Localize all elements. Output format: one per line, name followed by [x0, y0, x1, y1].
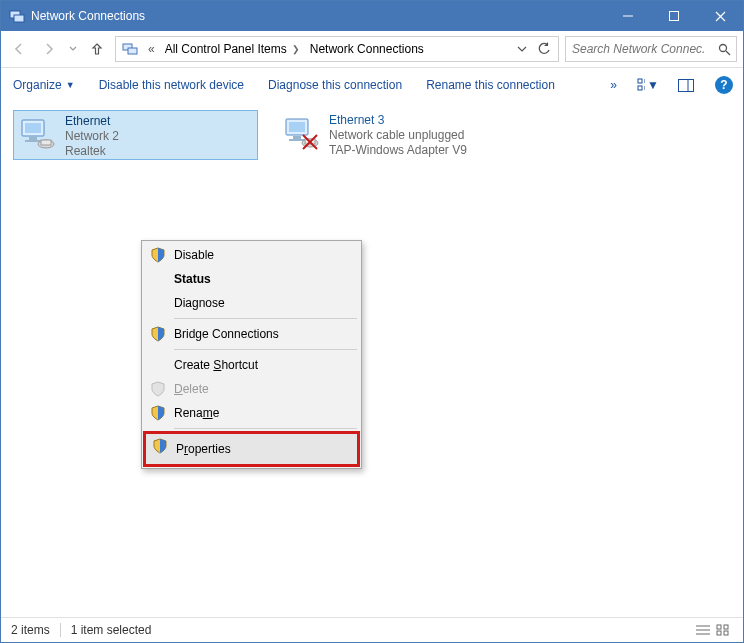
- breadcrumb-network-connections-label: Network Connections: [310, 42, 424, 56]
- ctx-bridge-label: Bridge Connections: [174, 327, 279, 341]
- ctx-status[interactable]: Status: [144, 267, 359, 291]
- network-adapter-icon: [281, 113, 321, 153]
- shield-icon: [150, 405, 166, 421]
- svg-rect-1: [14, 15, 24, 22]
- chevron-right-icon: ❯: [292, 44, 300, 54]
- rename-connection-button[interactable]: Rename this connection: [422, 68, 559, 102]
- svg-rect-27: [289, 139, 305, 141]
- ctx-bridge[interactable]: Bridge Connections: [144, 322, 359, 346]
- ctx-separator: [174, 428, 357, 429]
- svg-rect-10: [638, 79, 642, 83]
- svg-rect-38: [724, 631, 728, 635]
- connection-adapter: Realtek: [65, 144, 119, 159]
- svg-rect-36: [724, 625, 728, 629]
- ctx-properties[interactable]: Properties: [143, 431, 360, 467]
- nav-back-button[interactable]: [7, 37, 31, 61]
- svg-rect-35: [717, 625, 721, 629]
- status-item-count: 2 items: [11, 623, 50, 637]
- nav-up-button[interactable]: [85, 37, 109, 61]
- location-icon: [120, 39, 140, 59]
- window: Network Connections « All Control Panel …: [0, 0, 744, 643]
- svg-rect-3: [670, 12, 679, 21]
- organize-menu[interactable]: Organize▼: [9, 68, 79, 102]
- address-bar[interactable]: « All Control Panel Items❯ Network Conne…: [115, 36, 559, 62]
- breadcrumb-prefix[interactable]: «: [144, 37, 161, 61]
- svg-rect-23: [41, 140, 51, 145]
- ctx-disable[interactable]: Disable: [144, 243, 359, 267]
- svg-rect-25: [289, 122, 305, 132]
- status-bar: 2 items 1 item selected: [1, 617, 743, 642]
- ctx-diagnose-label: Diagnose: [174, 296, 225, 310]
- view-tiles-button[interactable]: [713, 622, 733, 638]
- app-icon: [9, 8, 25, 24]
- overflow-button[interactable]: »: [606, 68, 621, 102]
- connection-adapter: TAP-Windows Adapter V9: [329, 143, 467, 158]
- network-adapter-icon: [17, 114, 57, 154]
- help-icon: ?: [715, 76, 733, 94]
- breadcrumb-network-connections[interactable]: Network Connections: [306, 37, 430, 61]
- view-options-button[interactable]: ▼: [637, 74, 659, 96]
- search-box[interactable]: [565, 36, 737, 62]
- address-dropdown-button[interactable]: [512, 38, 532, 60]
- search-icon[interactable]: [712, 37, 736, 61]
- ctx-diagnose[interactable]: Diagnose: [144, 291, 359, 315]
- ctx-create-shortcut-label: Create Shortcut: [174, 358, 258, 372]
- minimize-button[interactable]: [605, 1, 651, 31]
- connection-status: Network 2: [65, 129, 119, 144]
- breadcrumb-control-panel-label: All Control Panel Items: [165, 42, 287, 56]
- connection-name: Ethernet: [65, 114, 119, 129]
- ctx-rename[interactable]: Rename: [144, 401, 359, 425]
- ctx-disable-label: Disable: [174, 248, 214, 262]
- nav-forward-button[interactable]: [37, 37, 61, 61]
- ctx-rename-label: Rename: [174, 406, 219, 420]
- titlebar: Network Connections: [1, 1, 743, 31]
- shield-icon: [150, 247, 166, 263]
- shield-icon: [150, 381, 166, 397]
- shield-icon: [152, 438, 168, 454]
- ctx-delete-label: Delete: [174, 382, 209, 396]
- ctx-delete: Delete: [144, 377, 359, 401]
- status-divider: [60, 623, 61, 637]
- ctx-properties-label: Properties: [176, 442, 231, 456]
- organize-label: Organize: [13, 78, 62, 92]
- connection-item-ethernet[interactable]: Ethernet Network 2 Realtek: [13, 110, 258, 160]
- diagnose-connection-button[interactable]: Diagnose this connection: [264, 68, 406, 102]
- address-bar-row: « All Control Panel Items❯ Network Conne…: [1, 31, 743, 68]
- connection-name: Ethernet 3: [329, 113, 467, 128]
- ctx-create-shortcut[interactable]: Create Shortcut: [144, 353, 359, 377]
- svg-rect-37: [717, 631, 721, 635]
- chevron-down-icon: ▼: [647, 78, 659, 92]
- svg-rect-13: [638, 86, 642, 90]
- content-area: Ethernet Network 2 Realtek Ethernet 3 Ne…: [1, 102, 743, 618]
- svg-rect-26: [293, 136, 301, 139]
- command-bar: Organize▼ Disable this network device Di…: [1, 68, 743, 103]
- help-button[interactable]: ?: [713, 74, 735, 96]
- view-details-button[interactable]: [693, 622, 713, 638]
- preview-pane-button[interactable]: [675, 74, 697, 96]
- breadcrumb-control-panel[interactable]: All Control Panel Items❯: [161, 37, 306, 61]
- maximize-button[interactable]: [651, 1, 697, 31]
- ctx-status-label: Status: [174, 272, 211, 286]
- svg-rect-20: [29, 137, 37, 140]
- ctx-separator: [174, 349, 357, 350]
- svg-point-8: [719, 44, 726, 51]
- window-title: Network Connections: [31, 9, 145, 23]
- chevron-down-icon: ▼: [66, 80, 75, 90]
- svg-rect-16: [679, 79, 694, 91]
- svg-line-9: [726, 51, 730, 55]
- shield-icon: [150, 326, 166, 342]
- ctx-separator: [174, 318, 357, 319]
- refresh-button[interactable]: [534, 38, 554, 60]
- svg-rect-7: [128, 48, 137, 54]
- search-input[interactable]: [566, 42, 712, 56]
- disable-device-button[interactable]: Disable this network device: [95, 68, 248, 102]
- connection-status: Network cable unplugged: [329, 128, 467, 143]
- connection-list: Ethernet Network 2 Realtek Ethernet 3 Ne…: [1, 102, 743, 168]
- connection-item-ethernet3[interactable]: Ethernet 3 Network cable unplugged TAP-W…: [278, 110, 523, 160]
- svg-rect-21: [25, 140, 41, 142]
- svg-rect-19: [25, 123, 41, 133]
- nav-recent-button[interactable]: [67, 37, 79, 61]
- status-selection: 1 item selected: [71, 623, 152, 637]
- context-menu: Disable Status Diagnose Bridge Connectio…: [141, 240, 362, 469]
- close-button[interactable]: [697, 1, 743, 31]
